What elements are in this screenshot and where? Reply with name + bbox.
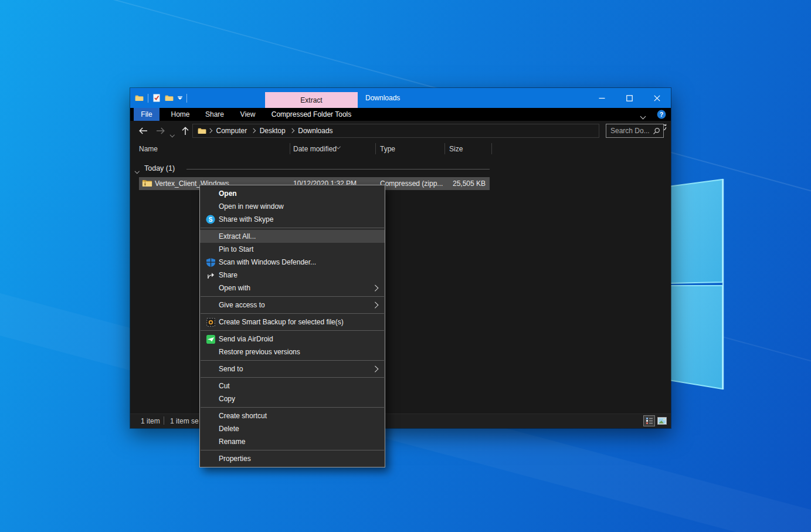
menu-item-open-with[interactable]: Open with [200, 282, 385, 294]
details-view-icon[interactable] [643, 415, 655, 426]
address-bar-row: Computer Desktop Downloads [130, 121, 671, 141]
menu-item-scan-with-windows-defender[interactable]: Scan with Windows Defender... [200, 256, 385, 269]
column-separator[interactable] [290, 143, 290, 154]
menu-item-restore-previous-versions[interactable]: Restore previous versions [200, 345, 385, 358]
column-separator[interactable] [491, 143, 492, 154]
defender-icon [206, 257, 215, 267]
menu-item-label: Rename [219, 438, 245, 446]
tab-file[interactable]: File [134, 108, 160, 121]
ribbon-collapse-chevron-icon[interactable] [641, 112, 645, 120]
tab-view[interactable]: View [233, 108, 262, 121]
menu-item-properties[interactable]: Properties [200, 452, 385, 465]
menu-item-label: Restore previous versions [219, 348, 300, 356]
back-arrow-icon[interactable] [138, 126, 148, 135]
customize-qat-dropdown-icon[interactable] [178, 96, 182, 100]
new-folder-icon[interactable] [165, 94, 174, 102]
group-header-label[interactable]: Today (1) [144, 164, 175, 172]
breadcrumb-chevron-icon[interactable] [208, 128, 212, 133]
menu-item-cut[interactable]: Cut [200, 379, 385, 392]
menu-item-label: Cut [219, 382, 230, 390]
menu-separator [201, 450, 384, 450]
help-icon[interactable]: ? [657, 110, 666, 119]
menu-item-extract-all[interactable]: Extract All... [200, 230, 385, 243]
logo-pane-top [669, 179, 722, 283]
menu-item-create-shortcut[interactable]: Create shortcut [200, 409, 385, 422]
menu-item-label: Open [219, 189, 237, 198]
menu-item-label: Send to [219, 365, 243, 373]
svg-text:?: ? [660, 111, 663, 118]
thumbnail-view-icon[interactable] [656, 415, 668, 426]
folder-icon[interactable] [135, 94, 144, 102]
smart-backup-icon [206, 317, 215, 327]
maximize-button[interactable] [616, 88, 643, 108]
menu-item-open[interactable]: Open [200, 187, 385, 200]
menu-item-pin-to-start[interactable]: Pin to Start [200, 243, 385, 256]
menu-item-label: Properties [219, 455, 251, 463]
window-title: Downloads [365, 88, 400, 108]
menu-item-label: Extract All... [219, 232, 256, 240]
up-arrow-icon[interactable] [181, 126, 190, 135]
tab-home[interactable]: Home [164, 108, 196, 121]
window-controls [588, 88, 671, 108]
ribbon-tab-row: File Home Share View Compressed Folder T… [130, 108, 671, 121]
menu-item-label: Share [219, 271, 237, 279]
column-separator[interactable] [375, 143, 376, 154]
menu-item-label: Give access to [219, 301, 265, 309]
sort-indicator-icon [337, 141, 340, 150]
breadcrumb-chevron-icon[interactable] [251, 128, 256, 133]
menu-item-label: Open with [219, 284, 250, 292]
group-collapse-chevron-icon[interactable] [135, 166, 139, 174]
search-input[interactable] [609, 126, 653, 135]
qat-separator [148, 94, 148, 103]
qat-separator [186, 94, 187, 103]
address-folder-icon [198, 127, 206, 135]
menu-item-send-via-airdroid[interactable]: Send via AirDroid [200, 333, 385, 345]
column-header-date-modified[interactable]: Date modified [293, 145, 337, 153]
minimize-button[interactable] [588, 88, 616, 108]
column-headers: Name Date modified Type Size [130, 141, 671, 157]
submenu-chevron-icon [372, 365, 378, 372]
menu-separator [201, 313, 384, 314]
breadcrumb-desktop[interactable]: Desktop [256, 127, 290, 135]
menu-item-create-smart-backup-for-selected-file-s[interactable]: Create Smart Backup for selected file(s) [200, 316, 385, 328]
menu-item-copy[interactable]: Copy [200, 392, 385, 405]
breadcrumb-computer[interactable]: Computer [212, 127, 252, 135]
logo-pane-bottom [669, 286, 722, 389]
airdroid-icon [206, 334, 215, 344]
forward-arrow-icon[interactable] [156, 126, 165, 135]
breadcrumb-downloads[interactable]: Downloads [294, 127, 337, 135]
contextual-tab-group[interactable]: Extract [265, 92, 358, 108]
tab-compressed-folder-tools[interactable]: Compressed Folder Tools [265, 108, 358, 121]
menu-item-label: Scan with Windows Defender... [219, 258, 316, 266]
file-size: 25,505 KB [453, 179, 486, 188]
menu-item-send-to[interactable]: Send to [200, 362, 385, 375]
column-header-name[interactable]: Name [139, 145, 158, 153]
checked-document-icon[interactable] [152, 94, 161, 102]
column-header-size[interactable]: Size [449, 145, 463, 153]
group-header-row: Today (1) [130, 163, 671, 175]
group-header-line [186, 169, 490, 170]
tab-share[interactable]: Share [199, 108, 230, 121]
column-header-type[interactable]: Type [380, 145, 395, 153]
history-dropdown-icon[interactable] [171, 130, 174, 138]
menu-separator [201, 228, 384, 228]
close-button[interactable] [643, 88, 671, 108]
menu-item-rename[interactable]: Rename [200, 435, 385, 448]
share-icon [206, 270, 215, 280]
menu-item-label: Create Smart Backup for selected file(s) [219, 318, 344, 326]
column-separator[interactable] [444, 143, 445, 154]
menu-item-share[interactable]: Share [200, 269, 385, 282]
menu-item-delete[interactable]: Delete [200, 422, 385, 435]
address-bar[interactable]: Computer Desktop Downloads [192, 124, 599, 138]
menu-item-open-in-new-window[interactable]: Open in new window [200, 200, 385, 213]
titlebar: Extract Downloads [130, 88, 671, 108]
submenu-chevron-icon [372, 284, 378, 291]
submenu-chevron-icon [372, 301, 378, 308]
windows-logo [669, 179, 723, 389]
skype-icon: S [206, 215, 215, 224]
search-box[interactable] [606, 124, 664, 138]
breadcrumb-chevron-icon[interactable] [290, 128, 294, 133]
menu-item-share-with-skype[interactable]: SShare with Skype [200, 213, 385, 226]
search-icon[interactable] [653, 127, 660, 135]
menu-item-give-access-to[interactable]: Give access to [200, 299, 385, 311]
